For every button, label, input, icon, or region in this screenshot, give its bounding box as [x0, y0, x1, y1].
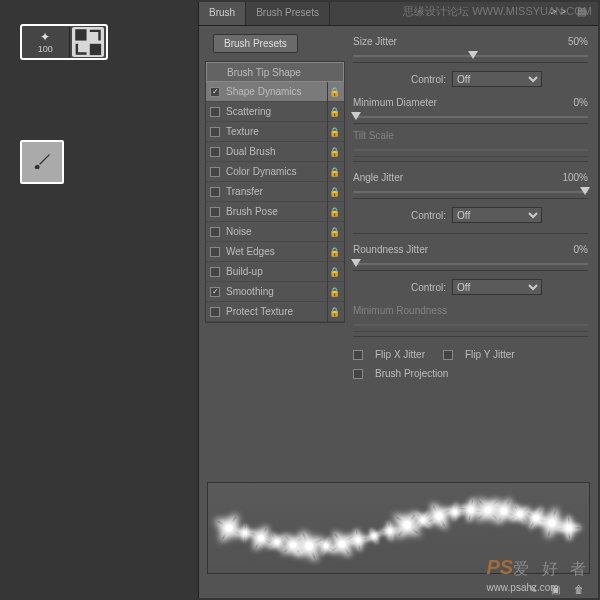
lock-icon[interactable]: 🔒 — [328, 267, 340, 277]
toggle-brush-panel-button[interactable] — [72, 27, 104, 57]
flip-x-checkbox[interactable] — [353, 350, 363, 360]
flip-y-checkbox[interactable] — [443, 350, 453, 360]
brush-panel: Brush Brush Presets >> ▤ Brush Presets B… — [198, 2, 598, 598]
size-jitter-slider[interactable]: Size Jitter50% — [353, 34, 588, 63]
checkbox[interactable] — [210, 127, 220, 137]
option-transfer[interactable]: Transfer🔒 — [206, 182, 344, 202]
brush-thumbnail: ✦ 100 — [22, 27, 70, 57]
checkbox[interactable] — [210, 287, 220, 297]
angle-jitter-slider[interactable]: Angle Jitter100% — [353, 170, 588, 199]
brush-presets-button[interactable]: Brush Presets — [213, 34, 298, 53]
brush-preset-picker[interactable]: ✦ 100 — [20, 24, 108, 60]
option-dual-brush[interactable]: Dual Brush🔒 — [206, 142, 344, 162]
lock-icon[interactable]: 🔒 — [328, 227, 340, 237]
option-scattering[interactable]: Scattering🔒 — [206, 102, 344, 122]
control-label: Control: — [411, 74, 446, 85]
checkbox[interactable] — [210, 107, 220, 117]
tab-brush[interactable]: Brush — [199, 2, 246, 25]
shape-dynamics-settings: Size Jitter50% Control: Off Minimum Diam… — [349, 26, 598, 476]
option-shape-dynamics[interactable]: Shape Dynamics🔒 — [206, 82, 344, 102]
checkbox[interactable] — [210, 207, 220, 217]
option-texture[interactable]: Texture🔒 — [206, 122, 344, 142]
checkbox[interactable] — [210, 87, 220, 97]
option-build-up[interactable]: Build-up🔒 — [206, 262, 344, 282]
checkbox[interactable] — [210, 167, 220, 177]
checkbox[interactable] — [210, 147, 220, 157]
svg-rect-0 — [75, 29, 86, 40]
roundness-control-select[interactable]: Off — [452, 279, 542, 295]
brush-size-label: 100 — [38, 44, 53, 54]
brush-icon — [31, 151, 53, 173]
brush-tip-shape-row[interactable]: Brush Tip Shape — [206, 62, 344, 82]
tab-brush-presets[interactable]: Brush Presets — [246, 2, 330, 25]
min-roundness-slider: Minimum Roundness — [353, 303, 588, 332]
lock-icon[interactable]: 🔒 — [328, 107, 340, 117]
watermark-top: 思缘设计论坛 WWW.MISSYUAN.COM — [403, 4, 592, 19]
brush-tool-button[interactable] — [20, 140, 64, 184]
sparkle-icon: ✦ — [40, 30, 50, 44]
min-diameter-slider[interactable]: Minimum Diameter0% — [353, 95, 588, 124]
option-protect-texture[interactable]: Protect Texture🔒 — [206, 302, 344, 322]
option-wet-edges[interactable]: Wet Edges🔒 — [206, 242, 344, 262]
brush-options-list: Brush Presets Brush Tip Shape Shape Dyna… — [199, 26, 349, 476]
lock-icon[interactable]: 🔒 — [328, 307, 340, 317]
lock-icon[interactable]: 🔒 — [328, 87, 340, 97]
roundness-jitter-slider[interactable]: Roundness Jitter0% — [353, 242, 588, 271]
svg-rect-1 — [89, 44, 100, 55]
checkbox[interactable] — [210, 227, 220, 237]
checkbox[interactable] — [210, 267, 220, 277]
lock-icon[interactable]: 🔒 — [328, 287, 340, 297]
option-smoothing[interactable]: Smoothing🔒 — [206, 282, 344, 302]
watermark-bottom: PS爱 好 者 www.psahz.com — [486, 556, 590, 594]
lock-icon[interactable]: 🔒 — [328, 167, 340, 177]
checkbox[interactable] — [210, 247, 220, 257]
lock-icon[interactable]: 🔒 — [328, 187, 340, 197]
checkbox[interactable] — [210, 307, 220, 317]
lock-icon[interactable]: 🔒 — [328, 127, 340, 137]
option-color-dynamics[interactable]: Color Dynamics🔒 — [206, 162, 344, 182]
angle-control-select[interactable]: Off — [452, 207, 542, 223]
lock-icon[interactable]: 🔒 — [328, 247, 340, 257]
checkbox[interactable] — [210, 187, 220, 197]
lock-icon[interactable]: 🔒 — [328, 207, 340, 217]
option-brush-pose[interactable]: Brush Pose🔒 — [206, 202, 344, 222]
tilt-scale-slider: Tilt Scale — [353, 128, 588, 157]
option-noise[interactable]: Noise🔒 — [206, 222, 344, 242]
lock-icon[interactable]: 🔒 — [328, 147, 340, 157]
size-control-select[interactable]: Off — [452, 71, 542, 87]
brush-projection-checkbox[interactable] — [353, 369, 363, 379]
